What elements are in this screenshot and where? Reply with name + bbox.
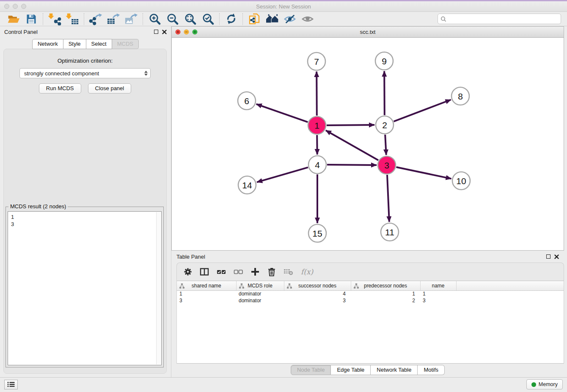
open-file-button[interactable]	[7, 13, 20, 25]
tab-motifs[interactable]: Motifs	[418, 365, 445, 375]
edge-2-8[interactable]	[394, 100, 451, 121]
refresh-layout-button[interactable]	[224, 13, 238, 25]
zoom-out-button[interactable]	[165, 13, 179, 25]
delete-column-button[interactable]	[267, 267, 276, 276]
tab-node-table[interactable]: Node Table	[291, 365, 331, 375]
table-row[interactable]: 3dominator323	[177, 297, 564, 304]
search-box[interactable]	[438, 14, 561, 24]
node-label-1: 1	[314, 121, 319, 130]
tab-edge-table[interactable]: Edge Table	[331, 365, 371, 375]
close-network-button[interactable]	[175, 29, 181, 35]
node-label-11: 11	[385, 227, 394, 237]
column-type-icon	[179, 283, 184, 289]
cell: 1	[177, 290, 236, 297]
deselect-all-icon	[234, 268, 243, 276]
zoom-fit-button[interactable]	[183, 13, 197, 25]
zoom-out-icon	[166, 13, 179, 25]
column-header-successor-nodes[interactable]: successor nodes	[284, 281, 351, 290]
function-icon: f(x)	[301, 268, 313, 276]
settings-button[interactable]	[184, 268, 192, 276]
save-session-button[interactable]	[25, 13, 38, 25]
maximize-network-button[interactable]	[192, 29, 198, 35]
split-view-icon	[200, 268, 209, 276]
import-network-button[interactable]	[48, 13, 61, 25]
zoom-in-icon	[149, 13, 161, 25]
memory-button[interactable]: Memory	[526, 379, 563, 389]
run-mcds-button[interactable]: Run MCDS	[39, 83, 81, 94]
network-canvas[interactable]: 7968124314101511	[171, 38, 564, 251]
export-table-button[interactable]	[107, 13, 120, 25]
import-table-button[interactable]	[66, 13, 79, 25]
open-file-icon	[7, 13, 20, 25]
close-panel-button[interactable]: Close panel	[88, 83, 132, 94]
cell: dominator	[236, 297, 284, 304]
list-icon	[7, 381, 15, 387]
column-header-MCDS-role[interactable]: MCDS role	[236, 281, 284, 290]
zoom-selected-button[interactable]	[201, 13, 215, 25]
search-input[interactable]	[448, 16, 558, 22]
export-image-button[interactable]	[124, 13, 138, 25]
column-header-filler	[456, 281, 564, 290]
hide-selected-button[interactable]	[283, 13, 297, 25]
destroy-table-button	[284, 268, 293, 276]
tab-style[interactable]: Style	[63, 39, 86, 49]
edge-4-14[interactable]	[257, 167, 308, 182]
edge-1-2[interactable]	[327, 125, 374, 125]
tab-network-table[interactable]: Network Table	[371, 365, 418, 375]
column-header-name[interactable]: name	[420, 281, 456, 290]
deselect-all-button[interactable]	[234, 268, 243, 276]
float-table-panel-icon[interactable]	[546, 254, 550, 259]
edge-1-4[interactable]	[317, 135, 317, 155]
select-all-icon	[217, 268, 226, 276]
node-label-14: 14	[242, 180, 252, 190]
column-type-icon	[354, 283, 359, 289]
import-network-icon	[48, 13, 61, 25]
edge-3-10[interactable]	[396, 167, 451, 179]
session-title: Session: New Session	[0, 3, 567, 10]
zoom-in-button[interactable]	[148, 13, 161, 25]
edge-1-7[interactable]	[317, 72, 317, 116]
edge-2-9[interactable]	[384, 71, 385, 115]
export-network-icon	[89, 13, 102, 25]
table-toolbar: f(x)	[177, 263, 564, 281]
cell: 3	[284, 297, 351, 304]
control-panel: Control Panel NetworkStyleSelectMCDS Opt…	[0, 26, 171, 377]
column-header-predecessor-nodes[interactable]: predecessor nodes	[351, 281, 420, 290]
minimize-network-button[interactable]	[184, 29, 189, 35]
destroy-table-icon	[284, 268, 293, 276]
export-network-button[interactable]	[89, 13, 102, 25]
close-panel-icon[interactable]	[162, 30, 167, 34]
export-image-icon	[124, 13, 138, 25]
close-table-panel-icon[interactable]	[554, 254, 559, 259]
result-scrollbar[interactable]	[156, 212, 161, 364]
cell: dominator	[236, 290, 284, 297]
table-row[interactable]: 1dominator411	[177, 290, 564, 297]
edge-3-1[interactable]	[326, 130, 378, 160]
float-panel-icon[interactable]	[154, 30, 158, 34]
node-table: shared nameMCDS rolesuccessor nodesprede…	[177, 281, 564, 364]
home-button[interactable]	[265, 13, 279, 25]
tab-mcds[interactable]: MCDS	[112, 39, 139, 49]
column-header-shared-name[interactable]: shared name	[177, 281, 236, 290]
edge-3-11[interactable]	[387, 175, 389, 222]
criterion-select[interactable]: strongly connected component	[19, 68, 151, 78]
network-window-title: scc.txt	[172, 29, 564, 35]
edge-1-6[interactable]	[256, 104, 308, 122]
show-all-button[interactable]	[301, 13, 314, 25]
edge-4-3[interactable]	[327, 165, 377, 165]
tab-select[interactable]: Select	[86, 39, 112, 49]
tab-network[interactable]: Network	[32, 39, 63, 49]
toolbar-separator	[219, 13, 220, 25]
table-panel: Table Panel f(x) shared nameMCDS rolesuc…	[171, 251, 567, 377]
criterion-value: strongly connected component	[24, 70, 99, 77]
duplicate-network-button[interactable]	[248, 13, 261, 25]
node-label-8: 8	[458, 91, 463, 101]
node-label-15: 15	[312, 229, 322, 238]
select-all-button[interactable]	[217, 268, 226, 276]
result-line: 3	[11, 221, 154, 228]
split-view-button[interactable]	[200, 268, 209, 276]
add-column-button[interactable]	[250, 267, 260, 276]
tasks-button[interactable]	[4, 380, 18, 389]
mcds-result-textarea[interactable]: 13	[8, 211, 162, 365]
edge-2-3[interactable]	[385, 135, 386, 155]
